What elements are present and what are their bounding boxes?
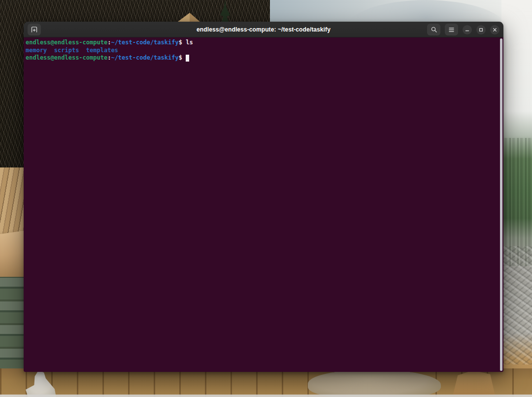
prompt-path: ~/test-code/taskify xyxy=(111,54,178,61)
terminal-line-prompt-current: endless@endless-compute:~/test-code/task… xyxy=(26,54,499,62)
new-tab-icon xyxy=(31,26,38,33)
prompt-symbol: $ xyxy=(179,54,182,61)
close-icon xyxy=(492,27,498,33)
terminal-scrollbar[interactable] xyxy=(500,38,502,371)
close-button[interactable] xyxy=(490,25,499,34)
menu-button[interactable] xyxy=(445,24,458,35)
command-text: ls xyxy=(186,39,193,46)
terminal-window: endless@endless-compute: ~/test-code/tas… xyxy=(24,22,503,372)
wallpaper-rocks-texture xyxy=(501,246,532,364)
hamburger-menu-icon xyxy=(448,27,455,33)
terminal-cursor xyxy=(186,55,189,62)
prompt-space xyxy=(182,54,186,61)
prompt-user-host: endless@endless-compute xyxy=(26,54,107,61)
titlebar-controls xyxy=(427,22,499,37)
terminal-line-prompt-ls: endless@endless-compute:~/test-code/task… xyxy=(26,39,499,47)
wallpaper-wood-shingles xyxy=(0,167,26,236)
terminal-screen[interactable]: endless@endless-compute:~/test-code/task… xyxy=(24,37,503,372)
maximize-button[interactable] xyxy=(476,25,486,34)
screen-bottom-strip xyxy=(0,395,532,397)
maximize-icon xyxy=(478,27,484,33)
wallpaper-boulder xyxy=(308,369,441,397)
search-button[interactable] xyxy=(427,24,440,35)
prompt-path: ~/test-code/taskify xyxy=(111,39,178,46)
minimize-button[interactable] xyxy=(463,25,472,34)
prompt-symbol: $ xyxy=(179,39,182,46)
minimize-icon xyxy=(465,27,470,33)
terminal-titlebar[interactable]: endless@endless-compute: ~/test-code/tas… xyxy=(24,22,503,37)
search-icon xyxy=(431,26,437,33)
wallpaper-wood-planks xyxy=(0,368,532,397)
terminal-line-ls-output: memoryscriptstemplates xyxy=(26,47,499,55)
dir-entry: templates xyxy=(86,47,118,54)
dir-entry: scripts xyxy=(54,47,79,54)
wallpaper-green-shingles xyxy=(0,277,26,370)
dir-entry: memory xyxy=(26,47,47,54)
prompt-user-host: endless@endless-compute xyxy=(26,39,107,46)
new-tab-button[interactable] xyxy=(28,24,41,35)
